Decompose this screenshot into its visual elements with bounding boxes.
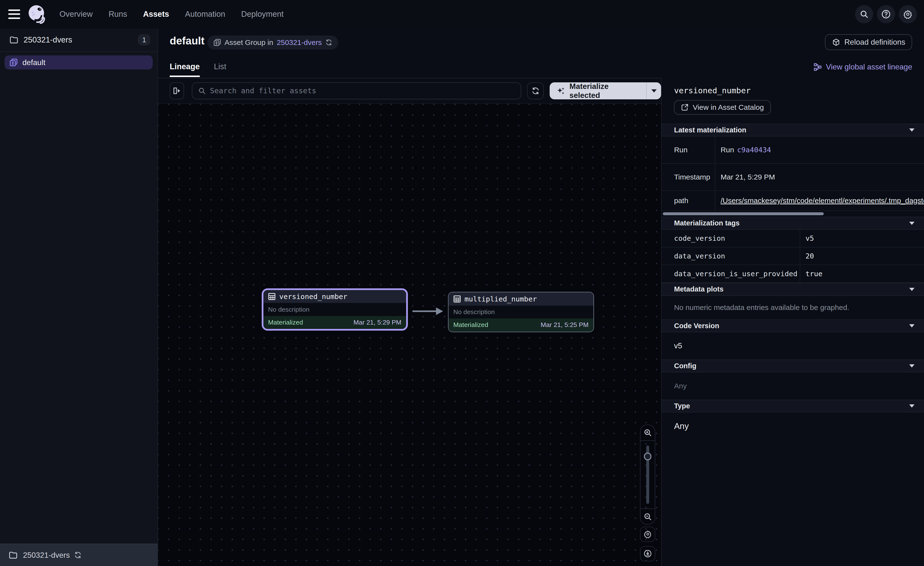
zoom-in-button[interactable] [640, 425, 655, 440]
tag-value: true [800, 265, 924, 282]
section-metadata-plots[interactable]: Metadata plots [662, 283, 924, 296]
section-latest-materialization[interactable]: Latest materialization [662, 123, 924, 137]
asset-node-header: multiplied_number [448, 292, 593, 306]
code-version-value: v5 [662, 332, 924, 360]
asset-group-icon [213, 39, 221, 47]
hamburger-menu-icon[interactable] [8, 9, 20, 19]
collapse-caret-icon [909, 324, 915, 328]
sidebar-repo-count-badge: 1 [138, 34, 150, 45]
collapse-panel-button[interactable] [170, 82, 184, 99]
run-prefix: Run [720, 146, 734, 154]
zoom-slider[interactable] [640, 440, 655, 509]
row-value-run: Run c9a40434 [715, 137, 924, 163]
sidebar-repo-row[interactable]: 250321-dvers 1 [0, 29, 158, 52]
view-global-asset-lineage-label: View global asset lineage [826, 62, 912, 71]
section-title: Materialization tags [674, 219, 740, 227]
asset-node-versioned-number[interactable]: versioned_number No description Material… [262, 288, 408, 331]
asset-node-description: No description [453, 308, 495, 316]
refresh-icon[interactable] [326, 39, 332, 46]
sparkle-icon [556, 86, 565, 95]
row-label-path: path [662, 191, 715, 211]
asset-node-timestamp: Mar 21, 5:25 PM [541, 321, 588, 329]
settings-gear-icon[interactable] [899, 5, 917, 23]
badge-repo-link[interactable]: 250321-dvers [277, 38, 322, 47]
asset-search-box [192, 82, 521, 99]
tab-lineage[interactable]: Lineage [170, 62, 200, 77]
tag-row: code_version v5 [662, 230, 924, 248]
refresh-graph-button[interactable] [527, 82, 544, 99]
materialize-selected-button[interactable]: Materialize selected [550, 82, 646, 100]
footer-repo-name: 250321-dvers [23, 551, 70, 560]
materialize-dropdown-button[interactable] [646, 82, 661, 99]
asset-details-panel: versioned_number View in Asset Catalog L… [661, 78, 924, 566]
view-global-asset-lineage-link[interactable]: View global asset lineage [813, 62, 912, 71]
row-value-timestamp: Mar 21, 5:29 PM [715, 164, 924, 190]
main-nav: Overview Runs Assets Automation Deployme… [60, 9, 284, 19]
materialize-selected-split-button: Materialize selected [550, 82, 661, 99]
asset-node-status: Materialized [268, 319, 303, 326]
zoom-out-button[interactable] [640, 509, 655, 524]
type-value: Any [662, 412, 924, 440]
run-id-link[interactable]: c9a40434 [737, 146, 771, 154]
tag-row: data_version_is_user_provided true [662, 265, 924, 283]
page-header: default Asset Group in 250321-dvers Relo… [158, 29, 924, 78]
search-input[interactable] [210, 86, 515, 95]
search-icon [198, 87, 206, 95]
code-location-footer: 250321-dvers [0, 543, 158, 566]
path-link[interactable]: /Users/smackesey/stm/code/elementl/exper… [720, 197, 924, 205]
sidebar-item-default-group[interactable]: default [4, 56, 153, 69]
row-label-timestamp: Timestamp [662, 164, 715, 190]
nav-overview[interactable]: Overview [60, 9, 93, 19]
download-graph-button[interactable] [640, 546, 655, 561]
panel-expand-icon [173, 87, 181, 95]
collapse-caret-icon [909, 128, 915, 132]
top-bar: Overview Runs Assets Automation Deployme… [0, 0, 924, 29]
refresh-icon[interactable] [74, 551, 82, 559]
table-icon [453, 295, 461, 303]
section-title: Type [674, 402, 690, 410]
collapse-caret-icon [909, 404, 915, 408]
dagster-logo[interactable] [27, 5, 46, 24]
zoom-in-icon [644, 429, 652, 437]
asset-node-name: multiplied_number [464, 295, 537, 303]
page-title: default [170, 35, 204, 47]
nav-automation[interactable]: Automation [185, 9, 225, 19]
sidebar-repo-name: 250321-dvers [24, 35, 72, 44]
asset-node-multiplied-number[interactable]: multiplied_number No description Materia… [448, 292, 594, 332]
section-materialization-tags[interactable]: Materialization tags [662, 217, 924, 230]
view-in-asset-catalog-label: View in Asset Catalog [693, 103, 764, 111]
asset-groups-sidebar: 250321-dvers 1 default 250321-dvers [0, 29, 158, 566]
scrollbar-thumb[interactable] [663, 212, 824, 215]
gear-icon [644, 530, 652, 538]
section-code-version[interactable]: Code Version [662, 319, 924, 332]
zoom-slider-handle[interactable] [644, 453, 652, 460]
row-label-run: Run [662, 137, 715, 163]
materialize-selected-label: Materialize selected [570, 82, 639, 100]
tag-key: code_version [662, 230, 800, 247]
asset-node-description: No description [268, 306, 309, 313]
chevron-down-icon [651, 89, 657, 93]
collapse-caret-icon [909, 364, 915, 368]
reload-definitions-button[interactable]: Reload definitions [825, 34, 912, 50]
asset-details-title: versioned_number [662, 78, 924, 95]
search-icon[interactable] [855, 5, 873, 23]
nav-assets[interactable]: Assets [143, 9, 169, 19]
nav-runs[interactable]: Runs [108, 9, 127, 19]
section-type[interactable]: Type [662, 400, 924, 412]
nav-deployment[interactable]: Deployment [241, 9, 284, 19]
tag-value: 20 [800, 248, 924, 265]
collapse-caret-icon [909, 221, 915, 225]
folder-icon [9, 36, 18, 44]
asset-node-timestamp: Mar 21, 5:29 PM [354, 319, 401, 326]
graph-settings-button[interactable] [640, 527, 655, 542]
asset-node-status: Materialized [453, 321, 488, 329]
help-icon[interactable] [877, 5, 895, 23]
section-title: Metadata plots [674, 285, 723, 293]
metadata-plots-empty-text: No numeric metadata entries available to… [662, 296, 924, 319]
reload-cube-icon [832, 38, 840, 47]
view-in-asset-catalog-button[interactable]: View in Asset Catalog [674, 100, 771, 115]
section-config[interactable]: Config [662, 360, 924, 372]
tab-list[interactable]: List [214, 62, 226, 77]
lineage-graph-canvas[interactable]: versioned_number No description Material… [158, 104, 662, 566]
view-tabs: Lineage List [170, 62, 226, 77]
